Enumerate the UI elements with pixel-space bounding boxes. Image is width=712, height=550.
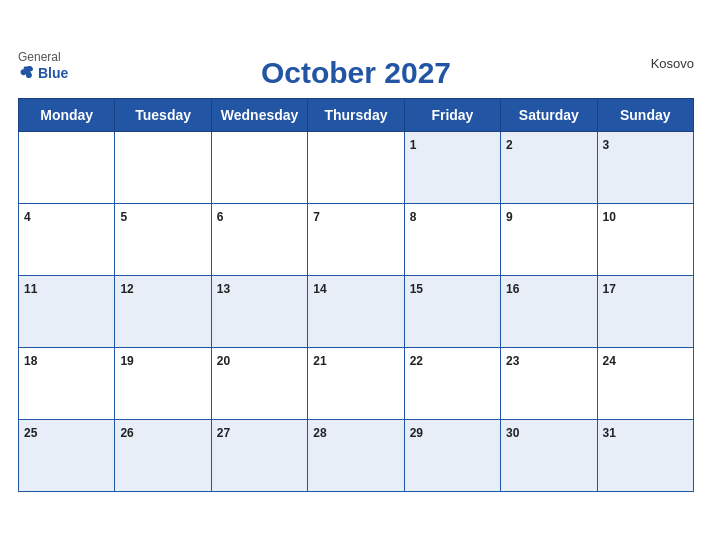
country-label: Kosovo [651, 56, 694, 71]
day-number-1: 1 [410, 138, 417, 152]
day-number-19: 19 [120, 354, 133, 368]
day-number-3: 3 [603, 138, 610, 152]
weekday-thursday: Thursday [308, 99, 404, 132]
weekday-wednesday: Wednesday [211, 99, 307, 132]
day-number-23: 23 [506, 354, 519, 368]
calendar-cell: 1 [404, 132, 500, 204]
calendar-cell: 21 [308, 348, 404, 420]
day-number-7: 7 [313, 210, 320, 224]
day-number-18: 18 [24, 354, 37, 368]
week-row-3: 11121314151617 [19, 276, 694, 348]
calendar-cell [211, 132, 307, 204]
day-number-11: 11 [24, 282, 37, 296]
day-number-14: 14 [313, 282, 326, 296]
week-row-1: 123 [19, 132, 694, 204]
calendar-cell: 18 [19, 348, 115, 420]
weekday-monday: Monday [19, 99, 115, 132]
calendar-cell: 31 [597, 420, 693, 492]
calendar-table: Monday Tuesday Wednesday Thursday Friday… [18, 98, 694, 492]
logo-blue-text: Blue [18, 64, 68, 82]
calendar-cell: 20 [211, 348, 307, 420]
weekday-saturday: Saturday [501, 99, 597, 132]
day-number-2: 2 [506, 138, 513, 152]
day-number-27: 27 [217, 426, 230, 440]
calendar-cell: 17 [597, 276, 693, 348]
weekday-sunday: Sunday [597, 99, 693, 132]
week-row-5: 25262728293031 [19, 420, 694, 492]
calendar-cell: 15 [404, 276, 500, 348]
day-number-28: 28 [313, 426, 326, 440]
day-number-22: 22 [410, 354, 423, 368]
day-number-30: 30 [506, 426, 519, 440]
calendar-cell: 10 [597, 204, 693, 276]
calendar-cell: 22 [404, 348, 500, 420]
day-number-6: 6 [217, 210, 224, 224]
day-number-4: 4 [24, 210, 31, 224]
day-number-17: 17 [603, 282, 616, 296]
day-number-10: 10 [603, 210, 616, 224]
calendar-cell: 27 [211, 420, 307, 492]
day-number-9: 9 [506, 210, 513, 224]
day-number-15: 15 [410, 282, 423, 296]
calendar-cell [115, 132, 211, 204]
calendar-cell: 3 [597, 132, 693, 204]
calendar-cell: 14 [308, 276, 404, 348]
weekday-tuesday: Tuesday [115, 99, 211, 132]
day-number-12: 12 [120, 282, 133, 296]
calendar-cell: 5 [115, 204, 211, 276]
day-number-29: 29 [410, 426, 423, 440]
day-number-8: 8 [410, 210, 417, 224]
week-row-4: 18192021222324 [19, 348, 694, 420]
day-number-21: 21 [313, 354, 326, 368]
calendar-cell: 24 [597, 348, 693, 420]
calendar-cell: 6 [211, 204, 307, 276]
calendar-cell: 23 [501, 348, 597, 420]
calendar-wrapper: General Blue October 2027 Kosovo Monday … [0, 40, 712, 510]
calendar-cell: 12 [115, 276, 211, 348]
calendar-cell [308, 132, 404, 204]
calendar-cell: 16 [501, 276, 597, 348]
calendar-cell: 9 [501, 204, 597, 276]
logo-area: General Blue [18, 50, 68, 82]
day-number-31: 31 [603, 426, 616, 440]
calendar-cell [19, 132, 115, 204]
calendar-cell: 26 [115, 420, 211, 492]
calendar-cell: 29 [404, 420, 500, 492]
week-row-2: 45678910 [19, 204, 694, 276]
day-number-26: 26 [120, 426, 133, 440]
calendar-body: 1234567891011121314151617181920212223242… [19, 132, 694, 492]
day-number-5: 5 [120, 210, 127, 224]
calendar-title: October 2027 [261, 56, 451, 90]
day-number-16: 16 [506, 282, 519, 296]
day-number-13: 13 [217, 282, 230, 296]
calendar-cell: 19 [115, 348, 211, 420]
weekday-header-row: Monday Tuesday Wednesday Thursday Friday… [19, 99, 694, 132]
calendar-cell: 30 [501, 420, 597, 492]
calendar-cell: 8 [404, 204, 500, 276]
logo-bird-icon [18, 64, 36, 82]
calendar-cell: 28 [308, 420, 404, 492]
calendar-cell: 4 [19, 204, 115, 276]
day-number-24: 24 [603, 354, 616, 368]
logo-general-text: General [18, 50, 61, 64]
calendar-cell: 7 [308, 204, 404, 276]
day-number-20: 20 [217, 354, 230, 368]
calendar-cell: 25 [19, 420, 115, 492]
weekday-friday: Friday [404, 99, 500, 132]
calendar-thead: Monday Tuesday Wednesday Thursday Friday… [19, 99, 694, 132]
calendar-cell: 11 [19, 276, 115, 348]
calendar-header: General Blue October 2027 Kosovo [18, 50, 694, 92]
day-number-25: 25 [24, 426, 37, 440]
calendar-cell: 13 [211, 276, 307, 348]
calendar-cell: 2 [501, 132, 597, 204]
